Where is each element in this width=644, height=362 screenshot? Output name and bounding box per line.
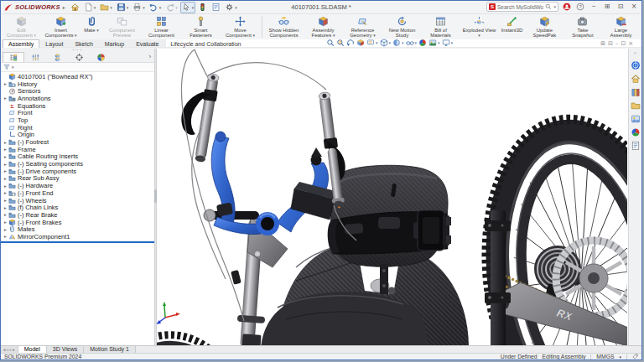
tree-item-rear-brake[interactable]: ▸(-) Rear Brake: [1, 211, 154, 219]
expand-arrow-icon[interactable]: ▸: [3, 80, 8, 87]
menu-flyout-icon[interactable]: ▸: [63, 4, 65, 10]
filter-dropdown-icon[interactable]: ▾: [12, 65, 14, 70]
assembly-features-button[interactable]: Assembly Features ▾: [304, 14, 343, 39]
tree-item-cable-routing-inserts[interactable]: ▸Cable Routing Inserts: [1, 153, 154, 161]
expand-arrow-icon[interactable]: ▸: [3, 197, 8, 204]
rollback-bar[interactable]: [1, 241, 154, 243]
user-account-button[interactable]: [562, 2, 572, 12]
expand-arrow-icon[interactable]: ▸: [3, 146, 8, 153]
tree-item-rear-sub-assy[interactable]: ▸Rear Sub Assy: [1, 175, 154, 183]
tree-item-origin[interactable]: Origin: [1, 132, 154, 139]
mate-button[interactable]: Mate ▾: [80, 14, 102, 39]
doc-tab-model[interactable]: Model: [18, 346, 47, 353]
dropdown-caret-icon[interactable]: ▾: [110, 5, 112, 10]
linear-component-pattern-button[interactable]: Linear Component Pattern ▾: [142, 14, 181, 39]
edit-appearance-button[interactable]: [418, 39, 427, 47]
task-pane-custom-properties-button[interactable]: [630, 140, 641, 151]
doc-tile-icon[interactable]: ⊞: [600, 39, 605, 49]
smart-fasteners-button[interactable]: Smart Fasteners: [181, 14, 221, 39]
window-minimize-button[interactable]: –: [589, 2, 599, 12]
expand-arrow-icon[interactable]: ▸: [3, 233, 8, 240]
dropdown-caret-icon[interactable]: ▾: [127, 5, 129, 10]
dynamic-annotation-views-button[interactable]: ▾: [366, 39, 378, 47]
tree-item-footrest[interactable]: ▸(-) Footrest: [1, 138, 154, 146]
expand-arrow-icon[interactable]: ▸: [3, 219, 8, 225]
task-pane-collapse-icon[interactable]: ⌃: [633, 52, 637, 57]
search-box[interactable]: S Search MySolidWorks ▾: [486, 2, 558, 12]
graphics-area[interactable]: RX: [157, 49, 628, 345]
doc-minimize-icon[interactable]: –: [615, 39, 619, 49]
task-pane-appearances-scenes-decals-button[interactable]: [630, 127, 641, 137]
search-scope-dropdown-icon[interactable]: ▾: [553, 4, 556, 9]
expand-arrow-icon[interactable]: ▸: [3, 161, 8, 168]
window-restore-button[interactable]: ⊡: [615, 2, 626, 12]
tab-evaluate[interactable]: Evaluate: [130, 39, 164, 48]
search-input[interactable]: Search MySolidWorks: [497, 4, 543, 10]
manager-tab-featuremanager-design-tree[interactable]: [3, 52, 24, 62]
task-pane-design-library-button[interactable]: [630, 86, 641, 97]
home-button[interactable]: [69, 2, 81, 13]
expand-arrow-icon[interactable]: ▸: [3, 211, 8, 218]
manager-tab-dimxpertmanager[interactable]: [68, 52, 90, 62]
reference-geometry-button[interactable]: Reference Geometry ▾: [343, 14, 382, 39]
scroll-prev-icon[interactable]: ‹: [7, 346, 8, 353]
previous-view-button[interactable]: [346, 39, 355, 47]
large-assembly-settings-button[interactable]: Large Assembly Settings ▾: [601, 14, 641, 39]
expand-arrow-icon[interactable]: ▸: [3, 139, 8, 146]
dropdown-caret-icon[interactable]: ▾: [143, 5, 145, 10]
doc-close-icon[interactable]: ×: [628, 39, 633, 49]
expand-arrow-icon[interactable]: ▸: [3, 168, 8, 174]
section-view-button[interactable]: [356, 39, 365, 47]
zoom-to-area-button[interactable]: [336, 39, 345, 47]
units-selector[interactable]: MMGS: [596, 354, 614, 359]
update-speedpak-subassemblies-button[interactable]: Update SpeedPak Subassemblies: [525, 14, 564, 39]
task-pane-file-explorer-button[interactable]: [630, 100, 641, 111]
new-document-button[interactable]: ▾: [82, 2, 98, 13]
dropdown-caret-icon[interactable]: ▾: [235, 5, 237, 10]
tree-item-f-chain-links[interactable]: ▸(f) Chain Links: [1, 204, 154, 211]
tree-item-front-end[interactable]: ▸(-) Front End: [1, 189, 154, 197]
doc-tab-motion-study-1[interactable]: Motion Study 1: [84, 346, 136, 353]
scroll-last-icon[interactable]: »: [12, 346, 14, 353]
display-style-button[interactable]: ▾: [392, 39, 404, 47]
instant3d-button[interactable]: Instant3D: [499, 14, 525, 39]
tree-item-drive-components[interactable]: ▸(-) Drive components: [1, 168, 154, 175]
expand-arrow-icon[interactable]: ▸: [3, 183, 8, 189]
tab-lifecycle-and-collaboration[interactable]: Lifecycle and Collaboration: [164, 39, 247, 48]
search-icon[interactable]: [545, 3, 552, 10]
tab-assembly[interactable]: Assembly: [3, 39, 39, 48]
open-button[interactable]: ▾: [98, 2, 114, 13]
tree-item-mates[interactable]: ▸Mates: [1, 225, 154, 233]
expand-arrow-icon[interactable]: ▸: [3, 153, 8, 160]
doc-split-icon[interactable]: ⊟: [608, 39, 613, 49]
tree-item-top[interactable]: Top: [1, 116, 154, 124]
rebuild-button[interactable]: [196, 2, 209, 13]
new-motion-study-button[interactable]: New Motion Study: [382, 14, 422, 39]
dropdown-caret-icon[interactable]: ▾: [159, 5, 162, 10]
expand-arrow-icon[interactable]: ▸: [3, 204, 8, 211]
dropdown-caret-icon[interactable]: ▾: [175, 5, 178, 10]
move-component-button[interactable]: Move Component ▾: [221, 14, 260, 39]
units-dropdown-icon[interactable]: ▾: [619, 354, 621, 359]
view-settings-button[interactable]: ▾: [442, 39, 454, 47]
window-close-button[interactable]: ×: [629, 2, 639, 12]
manager-tab-displaymanager[interactable]: [90, 52, 112, 62]
task-pane-view-palette-button[interactable]: [630, 113, 641, 124]
insert-components-button[interactable]: Insert Components ▾: [41, 14, 80, 39]
bill-of-materials-button[interactable]: Bill of Materials: [422, 14, 460, 39]
zoom-to-fit-button[interactable]: [326, 39, 335, 47]
apply-scene-button[interactable]: ▾: [428, 39, 440, 47]
view-orientation-button[interactable]: ▾: [380, 39, 392, 47]
tree-item-frame[interactable]: ▸Frame: [1, 146, 154, 153]
select-button[interactable]: ▾: [180, 2, 196, 13]
task-pane-threedexperience-button[interactable]: [630, 59, 641, 70]
show-hidden-components-button[interactable]: Show Hidden Components: [264, 14, 304, 39]
tab-layout[interactable]: Layout: [39, 39, 69, 48]
expand-arrow-icon[interactable]: ▸: [3, 189, 8, 196]
expand-arrow-icon[interactable]: ▸: [3, 175, 8, 182]
file-properties-button[interactable]: [210, 2, 222, 13]
tree-item-hardware[interactable]: ▸(-) Hardware: [1, 182, 154, 189]
tab-markup[interactable]: Markup: [99, 39, 130, 48]
tree-item-mirrorcomponent1[interactable]: ▸MirrorComponent1: [1, 233, 154, 240]
manager-tab-configurationmanager[interactable]: [46, 52, 68, 62]
